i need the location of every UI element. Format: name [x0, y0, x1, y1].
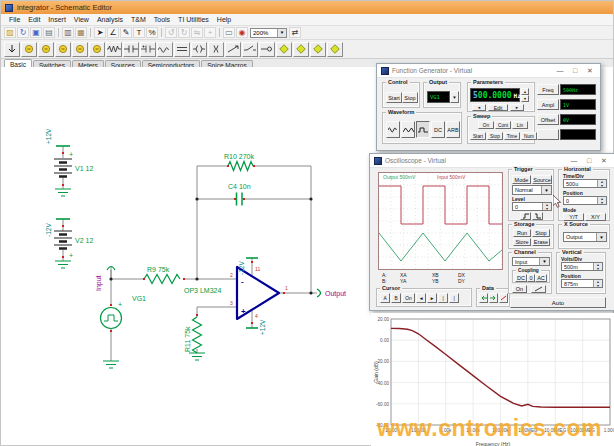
fg-offset-button[interactable]: Offset [537, 114, 559, 125]
data-export-left-button[interactable] [479, 293, 488, 303]
fg-sweep-button-time[interactable]: Time [504, 132, 520, 140]
cursor-button--[interactable]: ◄ [416, 293, 426, 303]
fg-digit-next-button[interactable]: ► [510, 104, 524, 111]
fg-edit-button[interactable]: Edit [488, 104, 508, 111]
storage-run-button[interactable]: Run [513, 229, 531, 237]
zoom-icon[interactable]: ◉ [236, 27, 248, 38]
voltage-generator-icon[interactable] [55, 42, 71, 57]
electrolytic-capacitor-icon[interactable] [140, 42, 156, 57]
storage-store-button[interactable]: Store [513, 238, 531, 246]
fg-start-button[interactable]: Start [386, 92, 402, 103]
output-net-clamp[interactable] [317, 289, 321, 297]
cursor-button-a[interactable]: A [380, 293, 390, 303]
fg-sweep-button-on[interactable]: On [478, 121, 494, 129]
potentiometer-icon[interactable] [225, 42, 241, 57]
vg1-source[interactable] [101, 308, 122, 329]
fg-freq-up-button[interactable]: ▲ [521, 88, 529, 95]
trigger-level-spinner[interactable]: 0 ▲▼ [512, 202, 552, 211]
fg-output-dropdown[interactable]: ▼ [450, 91, 459, 103]
resistor-r11[interactable] [193, 317, 202, 353]
frame-icon[interactable]: ▭ [223, 27, 235, 38]
cursor-button-b[interactable]: B [391, 293, 401, 303]
fg-sweep-button-cont[interactable]: Cont [495, 121, 511, 129]
delete-tool-icon[interactable]: % [146, 27, 158, 38]
chevron-down-icon[interactable]: ▼ [277, 29, 286, 37]
fg-freq-button[interactable]: Freq [537, 84, 559, 95]
voltage-source-icon[interactable] [21, 42, 37, 57]
rotate-left-icon[interactable]: ↺ [165, 27, 177, 38]
data-clear-button[interactable] [499, 293, 508, 303]
ohmmeter-icon[interactable] [327, 42, 343, 57]
fg-maximize-button[interactable]: □ [569, 67, 581, 74]
fg-freq-down-button[interactable]: ▼ [521, 95, 529, 102]
data-export-right-button[interactable] [489, 293, 498, 303]
menu-item-view[interactable]: View [70, 16, 93, 23]
fg-triangle-wave-button[interactable] [401, 121, 415, 138]
scope-maximize-button[interactable]: □ [583, 157, 595, 164]
voltmeter-icon[interactable] [276, 42, 292, 57]
select-tool-icon[interactable]: ➤ [94, 27, 106, 38]
scope-minimize-button[interactable]: — [568, 157, 580, 164]
fg-digit-prev-button[interactable]: ◄ [472, 104, 486, 111]
import-icon[interactable]: ↻ [17, 27, 29, 38]
print-icon[interactable]: ▤ [43, 27, 55, 38]
fg-sine-wave-button[interactable] [386, 121, 400, 138]
rotate-right-icon[interactable]: ↻ [178, 27, 190, 38]
relay-icon[interactable] [242, 42, 258, 57]
spinner-arrows[interactable]: ▲▼ [542, 203, 551, 210]
battery-v1[interactable] [54, 159, 72, 177]
menu-item-analysis[interactable]: Analysis [93, 16, 127, 23]
trigger-mode-select[interactable]: Normal▼ [512, 185, 552, 195]
menu-item-ti-utilities[interactable]: TI Utilities [174, 16, 213, 23]
resistor-r10[interactable] [228, 162, 253, 171]
cursor-button--[interactable]: | [438, 293, 448, 303]
v-position-spinner[interactable]: 875m ▲▼ [561, 279, 603, 288]
spinner-arrows[interactable]: ▲▼ [597, 180, 606, 187]
function-generator-window[interactable]: Function Generator - Virtual — □ ✕ Contr… [376, 63, 601, 151]
capacitor-icon[interactable] [123, 42, 139, 57]
resistor-r9[interactable] [144, 275, 180, 284]
fg-ampl-button[interactable]: Ampl [537, 99, 559, 110]
battery-v2[interactable] [54, 231, 72, 249]
coupling-dc-button[interactable]: DC [515, 274, 527, 282]
menu-item-file[interactable]: File [5, 16, 24, 23]
fg-titlebar[interactable]: Function Generator - Virtual — □ ✕ [377, 64, 600, 78]
zoom-level-select[interactable]: 200%▼ [250, 28, 287, 38]
spinner-arrows[interactable]: ▲▼ [593, 263, 602, 270]
storage-stop-button[interactable]: Stop [532, 229, 550, 237]
cursor-button--[interactable]: ► [427, 293, 437, 303]
spinner-arrows[interactable]: ▲▼ [597, 197, 606, 204]
copy-icon[interactable]: ▥ [62, 27, 74, 38]
h-position-spinner[interactable]: 0 ▲▼ [563, 196, 607, 205]
capacitor-c4[interactable] [237, 193, 243, 206]
channel-select[interactable]: Input▼ [512, 257, 550, 266]
trigger-source-button[interactable]: Source [532, 175, 552, 184]
coupling-gnd-button[interactable]: 0 [527, 274, 535, 282]
swap-windows-icon[interactable]: ⇄ [289, 27, 301, 38]
menu-item-tools[interactable]: Tools [150, 16, 174, 23]
storage-erase-button[interactable]: Erase [532, 238, 550, 246]
spinner-arrows[interactable]: ▲▼ [593, 280, 602, 287]
xsource-select[interactable]: Output▼ [563, 232, 607, 242]
cursor-button--[interactable]: | [449, 293, 459, 303]
current-generator-icon[interactable] [72, 42, 88, 57]
junction-icon[interactable]: + [204, 27, 216, 38]
trigger-mode-button[interactable]: Mode [512, 175, 531, 184]
voltsdiv-spinner[interactable]: 500m ▲▼ [561, 262, 603, 271]
menu-item-t-m[interactable]: T&M [127, 16, 150, 23]
fg-arb-button[interactable]: ARB [446, 121, 460, 138]
scope-auto-button[interactable]: Auto [510, 297, 606, 308]
resistor-icon[interactable] [106, 42, 122, 57]
wattmeter-icon[interactable] [310, 42, 326, 57]
wire-tool-icon[interactable]: ∠ [107, 27, 119, 38]
scope-close-button[interactable]: ✕ [598, 157, 610, 165]
fg-dc-button[interactable]: DC [431, 121, 445, 138]
fg-sweep-button-stop[interactable]: Stop [487, 132, 503, 140]
oscilloscope-window[interactable]: Oscilloscope - Virtual — □ ✕ Output 500m… [369, 153, 614, 311]
battery-icon[interactable] [89, 42, 105, 57]
rising-edge-button[interactable] [520, 212, 531, 220]
menu-item-insert[interactable]: Insert [44, 16, 70, 23]
fg-close-button[interactable]: ✕ [584, 67, 596, 75]
open-icon[interactable]: ▨ [4, 27, 16, 38]
falling-edge-button[interactable] [532, 212, 543, 220]
